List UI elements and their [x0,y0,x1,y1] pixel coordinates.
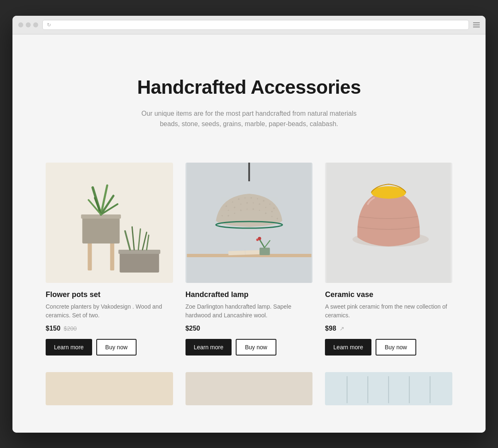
browser-address-bar[interactable]: ↻ [42,20,469,30]
product-image-vase [325,163,452,283]
svg-point-25 [256,198,258,199]
price-original-flower-pots: $200 [64,325,77,332]
svg-point-41 [246,208,247,209]
product-name-lamp: Handcrafted lamp [186,290,313,299]
svg-rect-3 [82,217,120,243]
svg-point-45 [271,216,272,217]
svg-rect-1 [88,241,92,270]
svg-point-37 [221,215,222,216]
svg-point-32 [246,202,248,204]
svg-point-46 [276,218,278,219]
product-desc-flower-pots: Concrete planters by Vakodesign . Wood a… [46,302,173,320]
svg-point-26 [263,200,264,202]
learn-more-button-vase[interactable]: Learn more [325,339,371,355]
page-subtitle: Our unique items are for the most part h… [129,108,369,129]
partial-product-1 [46,372,173,405]
svg-rect-12 [118,250,160,254]
browser-window: ↻ Handcrafted Accessories Our unique ite… [12,16,486,433]
svg-point-22 [238,198,239,200]
product-actions-flower-pots: Learn more Buy now [46,339,173,355]
svg-rect-59 [47,372,171,405]
product-card-flower-pots: Flower pots set Concrete planters by Vak… [46,163,173,355]
svg-point-31 [240,203,241,205]
svg-point-34 [259,203,260,205]
product-price-vase: $98 ↗ [325,325,452,332]
dot-maximize [33,22,38,27]
svg-rect-2 [110,241,114,270]
price-strike-vase: ↗ [339,325,344,332]
buy-now-button-flower-pots[interactable]: Buy now [96,339,137,355]
svg-point-29 [227,209,229,211]
dot-minimize [26,22,31,27]
svg-point-23 [244,197,245,198]
svg-point-35 [265,207,266,208]
svg-point-55 [256,239,259,241]
address-input[interactable] [54,22,464,28]
svg-rect-51 [259,248,270,255]
dot-close [18,22,23,27]
refresh-icon: ↻ [47,22,51,28]
svg-point-43 [259,209,260,211]
hero-section: Handcrafted Accessories Our unique items… [12,34,486,154]
product-img-2 [186,163,313,283]
browser-chrome: ↻ [12,16,486,34]
page-title: Handcrafted Accessories [21,76,477,98]
page-content: Handcrafted Accessories Our unique items… [12,34,486,433]
products-grid: Flower pots set Concrete planters by Vak… [21,154,477,372]
svg-point-40 [240,209,242,211]
product-image-lamp [186,163,313,283]
partial-product-2 [186,372,313,405]
svg-point-28 [273,207,275,209]
partial-product-3 [325,372,452,405]
svg-point-24 [250,197,252,199]
svg-point-20 [225,205,227,207]
svg-rect-60 [187,372,311,405]
product-card-vase: Ceramic vase A sweet pink ceramic from t… [325,163,452,355]
svg-rect-19 [248,163,250,181]
svg-point-38 [227,215,229,217]
product-price-flower-pots: $150 $200 [46,325,173,332]
product-card-lamp: Handcrafted lamp Zoe Darlington handcraf… [186,163,313,355]
svg-point-30 [234,207,235,208]
product-name-vase: Ceramic vase [325,290,452,299]
product-price-lamp: $250 [186,325,313,332]
product-actions-lamp: Learn more Buy now [186,339,313,355]
svg-point-44 [265,212,266,214]
browser-dots [18,22,38,27]
svg-point-42 [252,208,254,210]
learn-more-button-lamp[interactable]: Learn more [186,339,232,355]
product-actions-vase: Learn more Buy now [325,339,452,355]
product-name-flower-pots: Flower pots set [46,290,173,299]
svg-point-39 [234,212,235,214]
svg-rect-11 [120,252,159,273]
learn-more-button-flower-pots[interactable]: Learn more [46,339,92,355]
browser-menu-button[interactable] [473,22,480,27]
svg-point-27 [269,203,270,205]
product-img-1 [46,163,173,283]
buy-now-button-lamp[interactable]: Buy now [236,339,276,355]
product-image-flower-pots [46,163,173,283]
product-img-3 [325,163,452,283]
product-desc-lamp: Zoe Darlington handcrafted lamp. Sapele … [186,302,313,320]
svg-point-21 [232,201,233,202]
buy-now-button-vase[interactable]: Buy now [376,339,416,355]
products-grid-partial [21,372,477,405]
svg-point-33 [252,202,254,203]
product-desc-vase: A sweet pink ceramic from the new collec… [325,302,452,320]
svg-point-36 [271,211,273,212]
